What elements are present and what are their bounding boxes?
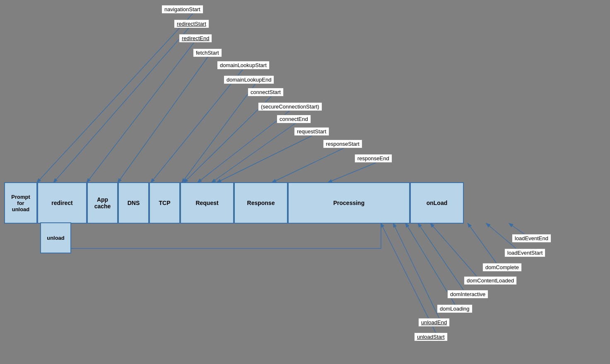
svg-line-0: [37, 12, 195, 182]
label-domComplete: domComplete: [482, 263, 522, 272]
svg-line-5: [182, 82, 257, 182]
label-connectStart: connectStart: [248, 88, 284, 96]
label-domainLookupEnd: domainLookupEnd: [224, 75, 274, 84]
svg-line-10: [272, 146, 348, 182]
label-unloadEnd: unloadEnd: [418, 318, 450, 327]
svg-line-1: [54, 26, 190, 182]
label-domInteractive: domInteractive: [447, 290, 488, 299]
tl-box-appcache: App cache: [87, 182, 118, 224]
tl-box-response: Response: [234, 182, 288, 224]
label-connectEnd: connectEnd: [277, 115, 311, 123]
tl-box-prompt: Prompt for unload: [4, 182, 37, 224]
tl-box-processing: Processing: [288, 182, 410, 224]
label-requestStart: requestStart: [294, 127, 329, 136]
label-responseEnd: responseEnd: [354, 154, 392, 163]
label-navigationStart: navigationStart: [162, 5, 203, 14]
tl-box-request: Request: [180, 182, 234, 224]
label-redirectStart: redirectStart: [174, 19, 209, 28]
svg-line-9: [217, 134, 316, 182]
label-domainLookupStart: domainLookupStart: [217, 61, 270, 70]
diagram-container: Prompt for unload redirect unload App ca…: [0, 0, 610, 364]
label-loadEventEnd: loadEventEnd: [512, 234, 551, 243]
label-fetchStart: fetchStart: [193, 48, 222, 57]
svg-line-13: [393, 224, 442, 325]
tl-box-redirect: redirect unload: [37, 182, 87, 224]
label-redirectEnd: redirectEnd: [179, 34, 212, 43]
label-unloadStart: unloadStart: [414, 333, 448, 341]
svg-line-3: [118, 55, 209, 182]
tl-box-unload: unload: [40, 222, 71, 253]
tl-box-tcp: TCP: [149, 182, 180, 224]
label-domContentLoaded: domContentLoaded: [464, 276, 517, 285]
label-responseStart: responseStart: [323, 140, 362, 148]
svg-line-2: [87, 41, 195, 182]
timeline-row: Prompt for unload redirect unload App ca…: [4, 182, 464, 224]
tl-box-dns: DNS: [118, 182, 149, 224]
svg-line-16: [431, 224, 482, 283]
label-domLoading: domLoading: [437, 304, 473, 313]
tl-box-onload: onLoad: [410, 182, 464, 224]
svg-line-15: [418, 224, 468, 297]
label-loadEventStart: loadEventStart: [504, 248, 545, 257]
svg-line-11: [328, 161, 381, 182]
label-secureConnectionStart: (secureConnectionStart): [258, 102, 322, 111]
svg-line-8: [212, 121, 298, 182]
svg-line-4: [151, 67, 244, 182]
